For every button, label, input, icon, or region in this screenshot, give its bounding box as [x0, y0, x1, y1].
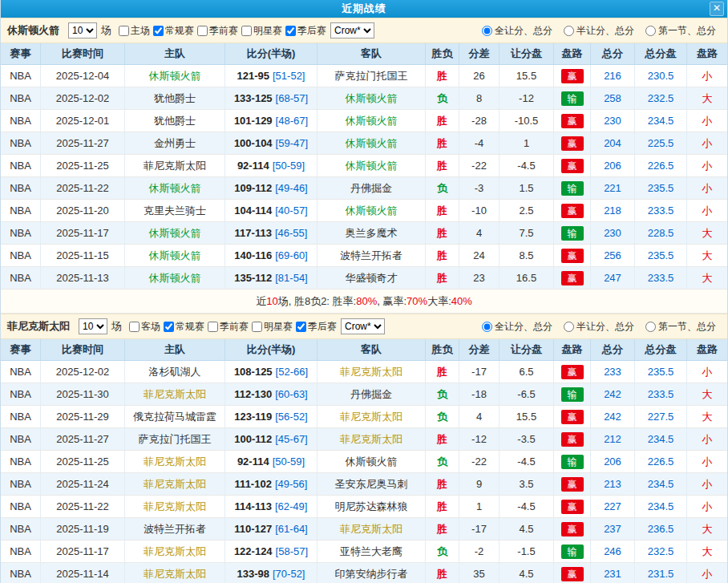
games-count-select[interactable]: 10: [68, 22, 97, 38]
games-suffix-label: 场: [101, 23, 111, 38]
cell-total-points: 221: [591, 177, 635, 199]
odds-type-radio[interactable]: 第一节、总分: [645, 320, 716, 334]
cell-over-under: 大: [687, 540, 727, 562]
games-count-select[interactable]: 10: [79, 318, 107, 334]
cell-point-diff: -22: [459, 451, 499, 472]
cell-score: 110-127[61-64]: [225, 518, 317, 540]
cell-point-diff: 4: [459, 222, 499, 244]
cell-over-under: 小: [687, 200, 727, 221]
filter-checkbox[interactable]: 客场: [126, 320, 160, 334]
fulltime-score: 133-125: [234, 92, 273, 104]
cell-home-team: 波特兰开拓者: [125, 518, 225, 540]
table-row: NBA 2025-12-01 犹他爵士 101-129[48-67] 休斯顿火箭…: [1, 110, 727, 132]
cell-date: 2025-11-15: [41, 245, 125, 266]
cell-over-under: 大: [687, 222, 727, 244]
radio-input[interactable]: [482, 26, 492, 36]
checkbox-input[interactable]: [164, 322, 174, 332]
cell-score: 112-130[60-63]: [225, 383, 317, 405]
odds-company-select[interactable]: Crow*: [330, 22, 374, 38]
table-row: NBA 2025-12-04 休斯顿火箭 121-95[51-52] 萨克拉门托…: [1, 65, 727, 87]
cell-league: NBA: [1, 361, 41, 383]
cell-home-team: 洛杉矶湖人: [125, 361, 225, 383]
cell-home-team: 菲尼克斯太阳: [125, 540, 225, 562]
odds-type-radio[interactable]: 全让分、总分: [482, 24, 552, 38]
filter-checkbox[interactable]: 季前赛: [204, 320, 249, 334]
cell-score: 123-119[56-52]: [225, 406, 317, 427]
checkbox-input[interactable]: [129, 322, 140, 332]
odds-type-radio-group: 全让分、总分半让分、总分第一节、总分: [482, 24, 721, 38]
cell-total-points: 233: [591, 361, 635, 383]
summary-text: , 赢率:: [377, 294, 406, 309]
odds-type-radio[interactable]: 第一节、总分: [645, 24, 716, 38]
cell-win-loss: 胜: [426, 518, 459, 540]
column-header: 胜负: [426, 43, 459, 64]
column-header: 比分(半场): [225, 339, 317, 360]
cell-over-under: 小: [687, 451, 727, 472]
cell-score: 100-104[59-47]: [225, 132, 317, 154]
odds-type-radio[interactable]: 全让分、总分: [482, 320, 552, 334]
cell-league: NBA: [1, 451, 41, 472]
cell-league: NBA: [1, 200, 41, 221]
cell-league: NBA: [1, 563, 41, 583]
cell-home-team: 克里夫兰骑士: [125, 200, 225, 221]
cell-total-line: 233.5: [635, 383, 687, 405]
fulltime-score: 110-127: [234, 523, 272, 535]
halftime-score: [40-57]: [275, 204, 307, 217]
fulltime-score: 114-113: [235, 500, 272, 512]
column-header: 赛事: [1, 43, 41, 64]
filter-checkbox[interactable]: 常规赛: [150, 24, 194, 38]
odds-type-radio[interactable]: 半让分、总分: [564, 24, 634, 38]
checkbox-input[interactable]: [252, 322, 262, 332]
filter-checkbox[interactable]: 明星赛: [238, 24, 282, 38]
radio-input[interactable]: [482, 322, 492, 332]
radio-input[interactable]: [645, 26, 656, 36]
filter-checkbox[interactable]: 主场: [115, 24, 150, 38]
checkbox-input[interactable]: [285, 26, 296, 36]
cell-point-diff: 4: [459, 406, 499, 427]
odds-type-radio[interactable]: 半让分、总分: [564, 320, 634, 334]
cell-over-under: 小: [687, 110, 727, 132]
cell-handicap-line: 8.5: [499, 245, 554, 266]
filter-checkbox[interactable]: 季后赛: [282, 24, 326, 38]
column-header: 盘路: [554, 339, 591, 360]
cell-point-diff: 24: [459, 245, 499, 266]
handicap-result-badge: 赢: [561, 159, 584, 173]
checkbox-input[interactable]: [208, 322, 218, 332]
checkbox-input[interactable]: [296, 322, 306, 332]
cell-point-diff: -17: [459, 361, 499, 383]
cell-league: NBA: [1, 132, 41, 154]
cell-date: 2025-11-17: [41, 222, 125, 244]
filter-checkbox[interactable]: 明星赛: [249, 320, 293, 334]
cell-handicap-result: 赢: [554, 496, 591, 517]
filter-checkbox[interactable]: 季前赛: [194, 24, 238, 38]
fulltime-score: 100-104: [234, 137, 273, 149]
odds-company-select[interactable]: Crow*: [341, 318, 385, 334]
cell-handicap-line: -4.5: [499, 155, 554, 176]
cell-over-under: 小: [687, 563, 727, 583]
halftime-score: [68-57]: [276, 92, 308, 104]
checkbox-input[interactable]: [197, 26, 208, 36]
cell-score: 135-112[81-54]: [225, 267, 317, 289]
radio-input[interactable]: [564, 322, 574, 332]
cell-total-points: 218: [591, 200, 635, 221]
cell-league: NBA: [1, 87, 41, 109]
radio-input[interactable]: [564, 26, 574, 36]
filter-checkbox[interactable]: 常规赛: [160, 320, 204, 334]
cell-score: 109-112[49-46]: [225, 177, 317, 199]
page-title: 近期战绩: [342, 2, 386, 16]
filter-checkbox[interactable]: 季后赛: [293, 320, 337, 334]
checkbox-label: 季前赛: [209, 24, 238, 38]
cell-league: NBA: [1, 222, 41, 244]
close-button[interactable]: ✕: [710, 2, 724, 16]
checkbox-input[interactable]: [241, 26, 252, 36]
checkbox-input[interactable]: [119, 26, 129, 36]
radio-label: 全让分、总分: [495, 320, 552, 334]
cell-home-team: 休斯顿火箭: [125, 177, 225, 199]
cell-date: 2025-12-02: [41, 87, 125, 109]
checkbox-input[interactable]: [153, 26, 164, 36]
radio-input[interactable]: [645, 322, 656, 332]
cell-handicap-result: 输: [554, 451, 591, 472]
cell-away-team: 奥兰多魔术: [317, 222, 426, 244]
radio-label: 第一节、总分: [658, 24, 716, 38]
cell-home-team: 菲尼克斯太阳: [125, 451, 225, 472]
